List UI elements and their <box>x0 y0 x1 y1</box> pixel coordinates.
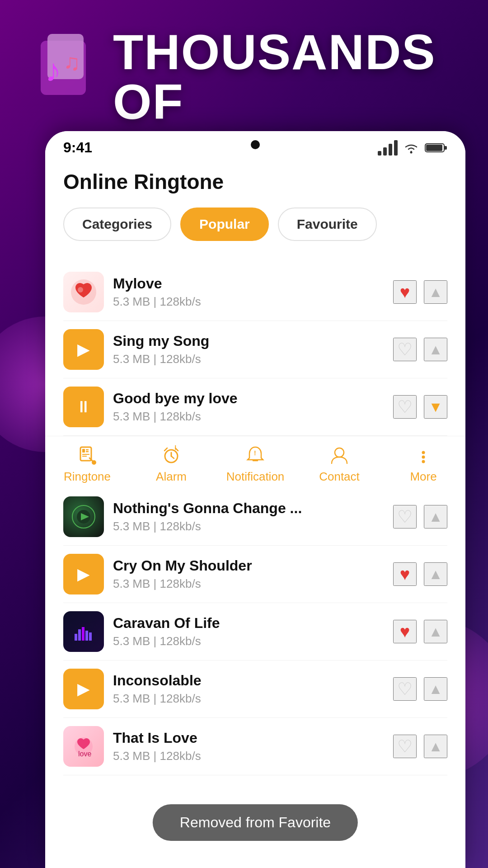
toast-notification: Removed from Favorite <box>153 804 358 841</box>
nav-label-more: More <box>410 470 436 484</box>
song-list-bottom: Nothing's Gonna Change ... 5.3 MB | 128k… <box>45 488 465 775</box>
song-meta-caravan: 5.3 MB | 128kb/s <box>113 634 384 648</box>
nav-item-alarm[interactable]: ! Alarm <box>129 445 213 484</box>
status-bar: 9:41 <box>45 131 465 160</box>
song-name-caravan: Caravan Of Life <box>113 615 384 632</box>
camera-dot <box>251 140 260 149</box>
download-btn-caravan[interactable]: ▲ <box>424 620 447 643</box>
nav-item-ringtone[interactable]: Ringtone <box>45 445 129 484</box>
nav-label-notification: Notification <box>226 470 285 484</box>
svg-rect-33 <box>78 629 81 641</box>
song-info-goodbye: Good bye my love 5.3 MB | 128kb/s <box>113 390 384 424</box>
song-name-mylove: Mylove <box>113 275 384 292</box>
song-meta-cry: 5.3 MB | 128kb/s <box>113 577 384 591</box>
heart-empty-icon-sing: ♡ <box>397 340 413 359</box>
song-thumb-cry[interactable]: ▶ <box>63 554 104 594</box>
download-btn-mylove[interactable]: ▲ <box>424 280 447 304</box>
song-actions-cry: ♥ ▲ <box>393 562 447 586</box>
svg-point-16 <box>92 460 96 465</box>
download-btn-inconsolable[interactable]: ▲ <box>424 677 447 701</box>
song-item-mylove: Mylove 5.3 MB | 128kb/s ♥ ▲ <box>63 264 447 321</box>
pause-icon-goodbye: ⏸ <box>75 397 92 416</box>
nav-item-notification[interactable]: ! Notification <box>213 445 297 484</box>
svg-rect-6 <box>444 146 447 150</box>
favorite-btn-inconsolable[interactable]: ♡ <box>393 677 417 701</box>
favorite-btn-sing[interactable]: ♡ <box>393 338 417 361</box>
favorite-btn-caravan[interactable]: ♥ <box>393 620 417 643</box>
song-item-sing: ▶ Sing my Song 5.3 MB | 128kb/s ♡ ▲ <box>63 321 447 378</box>
svg-text:love: love <box>78 750 91 758</box>
favorite-btn-thatlove[interactable]: ♡ <box>393 735 417 758</box>
download-arrow-icon: ▲ <box>428 284 443 301</box>
tab-row: Categories Popular Favourite <box>63 208 447 241</box>
song-thumb-caravan[interactable] <box>63 611 104 652</box>
more-icon <box>413 445 434 466</box>
song-thumb-thatlove[interactable]: love <box>63 726 104 767</box>
song-thumb-inconsolable[interactable]: ▶ <box>63 669 104 709</box>
song-item-goodbye: ⏸ Good bye my love 5.3 MB | 128kb/s ♡ ▼ <box>63 378 447 436</box>
nav-label-ringtone: Ringtone <box>64 470 111 484</box>
song-item-caravan: Caravan Of Life 5.3 MB | 128kb/s ♥ ▲ <box>63 603 447 660</box>
song-name-sing: Sing my Song <box>113 333 384 349</box>
song-info-sing: Sing my Song 5.3 MB | 128kb/s <box>113 333 384 366</box>
song-thumb-mylove[interactable] <box>63 272 104 312</box>
song-item-nothing: Nothing's Gonna Change ... 5.3 MB | 128k… <box>63 488 447 546</box>
download-btn-nothing[interactable]: ▲ <box>424 505 447 528</box>
heart-empty-icon-goodbye: ♡ <box>397 397 413 417</box>
song-item-thatlove: love That Is Love 5.3 MB | 128kb/s ♡ ▲ <box>63 718 447 775</box>
song-info-nothing: Nothing's Gonna Change ... 5.3 MB | 128k… <box>113 500 384 533</box>
favorite-btn-mylove[interactable]: ♥ <box>393 280 417 304</box>
song-item-inconsolable: ▶ Inconsolable 5.3 MB | 128kb/s ♡ ▲ <box>63 660 447 718</box>
favorite-btn-cry[interactable]: ♥ <box>393 562 417 586</box>
song-thumb-goodbye[interactable]: ⏸ <box>63 387 104 427</box>
svg-text:♪: ♪ <box>45 53 61 88</box>
favorite-btn-nothing[interactable]: ♡ <box>393 505 417 528</box>
song-name-goodbye: Good bye my love <box>113 390 384 407</box>
download-btn-cry[interactable]: ▲ <box>424 562 447 586</box>
song-actions-thatlove: ♡ ▲ <box>393 735 447 758</box>
music-note-icon: ♪ ♫ <box>36 32 99 104</box>
download-arrow-icon-sing: ▲ <box>428 341 443 358</box>
svg-text:♫: ♫ <box>63 50 80 75</box>
download-btn-goodbye[interactable]: ▼ <box>424 395 447 419</box>
song-thumb-sing[interactable]: ▶ <box>63 329 104 370</box>
app-content: Online Ringtone Categories Popular Favou… <box>45 160 465 264</box>
wifi-icon <box>403 142 419 154</box>
svg-rect-11 <box>82 449 85 453</box>
contact-icon <box>329 445 350 466</box>
nav-label-contact: Contact <box>319 470 360 484</box>
song-info-cry: Cry On My Shoulder 5.3 MB | 128kb/s <box>113 557 384 591</box>
tab-popular[interactable]: Popular <box>180 208 269 241</box>
song-meta-mylove: 5.3 MB | 128kb/s <box>113 295 384 309</box>
notification-icon: ! <box>245 445 266 466</box>
song-name-nothing: Nothing's Gonna Change ... <box>113 500 384 517</box>
download-btn-thatlove[interactable]: ▲ <box>424 735 447 758</box>
tab-favourite[interactable]: Favourite <box>278 208 377 241</box>
song-artwork-caravan <box>70 618 97 645</box>
svg-rect-32 <box>75 634 77 641</box>
download-btn-sing[interactable]: ▲ <box>424 338 447 361</box>
song-thumb-nothing[interactable] <box>63 496 104 537</box>
heart-filled-icon-cry: ♥ <box>400 565 410 584</box>
song-name-cry: Cry On My Shoulder <box>113 557 384 574</box>
download-arrow-icon-caravan: ▲ <box>428 623 443 640</box>
heart-filled-icon-caravan: ♥ <box>400 622 410 642</box>
nav-label-alarm: Alarm <box>156 470 187 484</box>
song-artwork-thatlove: love <box>70 733 97 760</box>
download-arrow-orange-icon: ▼ <box>428 399 443 415</box>
svg-point-4 <box>410 151 413 153</box>
favorite-btn-goodbye[interactable]: ♡ <box>393 395 417 419</box>
svg-point-9 <box>78 287 83 292</box>
heart-empty-icon-thatlove: ♡ <box>397 736 413 756</box>
song-meta-goodbye: 5.3 MB | 128kb/s <box>113 410 384 424</box>
tab-categories[interactable]: Categories <box>63 208 171 241</box>
bottom-nav: Ringtone ! Alarm ! Notification <box>45 436 465 488</box>
song-meta-thatlove: 5.3 MB | 128kb/s <box>113 749 384 763</box>
song-actions-sing: ♡ ▲ <box>393 338 447 361</box>
nav-item-contact[interactable]: Contact <box>297 445 381 484</box>
song-actions-nothing: ♡ ▲ <box>393 505 447 528</box>
song-info-thatlove: That Is Love 5.3 MB | 128kb/s <box>113 730 384 763</box>
svg-rect-36 <box>89 632 92 641</box>
nav-item-more[interactable]: More <box>381 445 465 484</box>
song-artwork-nothing <box>70 503 97 530</box>
